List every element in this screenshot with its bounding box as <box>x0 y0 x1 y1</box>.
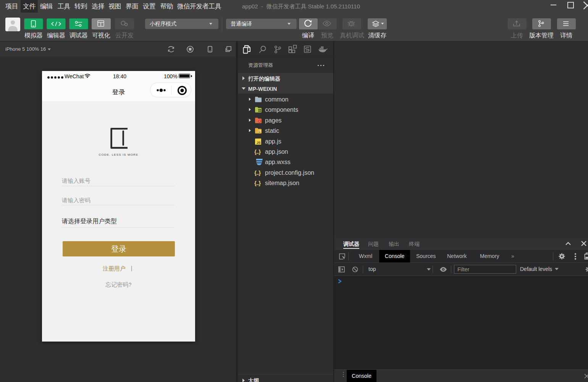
svg-text:JS: JS <box>257 141 261 145</box>
